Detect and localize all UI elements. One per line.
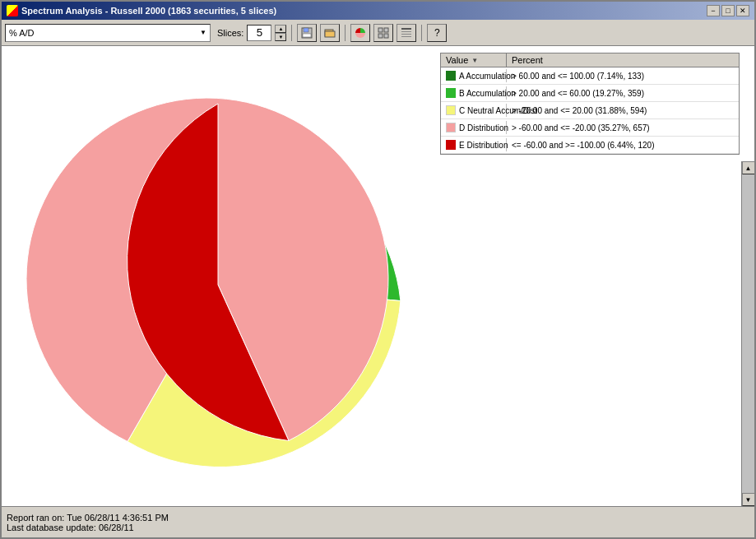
grid-view-button[interactable] <box>373 24 393 42</box>
maximize-button[interactable]: □ <box>721 5 735 16</box>
content-area: Value ▼ Percent A Accumulation > 60.00 <box>2 46 754 506</box>
legend-percent-header: Percent <box>507 53 739 67</box>
table-icon <box>400 26 413 39</box>
legend-range-b: > 20.00 and <= 60.00 (19.27%, 359) <box>507 87 739 100</box>
scroll-up-button[interactable]: ▲ <box>742 161 755 174</box>
open-button[interactable] <box>320 24 340 42</box>
pie-chart-button[interactable] <box>350 24 370 42</box>
svg-rect-6 <box>384 28 388 32</box>
legend-range-d: > -60.00 and <= -20.00 (35.27%, 657) <box>507 122 739 134</box>
svg-rect-7 <box>378 34 383 38</box>
window-title: Spectrum Analysis - Russell 2000 (1863 s… <box>21 6 276 16</box>
legend-color-d: D Distribution <box>441 121 507 134</box>
svg-rect-10 <box>401 31 411 32</box>
status-line-1: Report ran on: Tue 06/28/11 4:36:51 PM <box>7 513 749 523</box>
indicator-dropdown[interactable]: % A/D ▼ <box>5 24 211 42</box>
legend-color-a: A Accumulation <box>441 69 507 82</box>
legend-row-d: D Distribution > -60.00 and <= -20.00 (3… <box>441 119 739 137</box>
status-bar: Report ran on: Tue 06/28/11 4:36:51 PM L… <box>2 506 754 537</box>
close-button[interactable]: ✕ <box>736 5 749 16</box>
slices-label: Slices: <box>217 28 243 38</box>
legend-color-c: C Neutral Accum/Dist <box>441 104 507 117</box>
legend-value-header: Value ▼ <box>441 53 507 67</box>
dropdown-arrow-icon: ▼ <box>200 29 206 36</box>
svg-rect-2 <box>303 34 311 37</box>
minimize-button[interactable]: − <box>707 5 720 16</box>
save-icon <box>300 26 313 39</box>
svg-rect-11 <box>401 34 411 35</box>
color-swatch-b <box>446 88 456 98</box>
legend-label-e: E Distribution <box>459 141 508 150</box>
app-icon <box>7 5 18 16</box>
color-swatch-c <box>446 105 456 115</box>
legend-range-a: > 60.00 and <= 100.00 (7.14%, 133) <box>507 70 739 82</box>
legend-row-e: E Distribution <= -60.00 and >= -100.00 … <box>441 137 739 154</box>
vertical-scrollbar: ▲ ▼ <box>741 161 754 506</box>
toolbar: % A/D ▼ Slices: ▲ ▼ <box>2 20 754 46</box>
pie-chart <box>21 63 415 490</box>
slices-up-button[interactable]: ▲ <box>275 25 286 33</box>
scroll-down-button[interactable]: ▼ <box>742 493 755 506</box>
svg-rect-5 <box>378 28 383 32</box>
legend-color-e: E Distribution <box>441 138 507 151</box>
legend-table: A Accumulation > 60.00 and <= 100.00 (7.… <box>440 67 740 155</box>
svg-rect-8 <box>384 34 388 38</box>
svg-rect-4 <box>325 31 335 37</box>
dropdown-value: % A/D <box>9 28 35 38</box>
color-swatch-a <box>446 71 456 81</box>
slices-spinner: ▲ ▼ <box>275 25 286 41</box>
table-view-button[interactable] <box>397 24 416 42</box>
color-swatch-d <box>446 123 456 132</box>
help-icon: ? <box>434 27 440 39</box>
legend-range-c: > -20.00 and <= 20.00 (31.88%, 594) <box>507 105 739 117</box>
legend-label-d: D Distribution <box>459 123 508 132</box>
scroll-track[interactable] <box>742 174 754 493</box>
svg-rect-1 <box>304 28 308 32</box>
help-button[interactable]: ? <box>427 24 447 42</box>
legend-row-b: B Accumulation > 20.00 and <= 60.00 (19.… <box>441 85 739 102</box>
legend-header: Value ▼ Percent <box>440 53 740 67</box>
legend-range-e: <= -60.00 and >= -100.00 (6.44%, 120) <box>507 139 739 151</box>
title-bar: Spectrum Analysis - Russell 2000 (1863 s… <box>2 2 754 20</box>
legend-row-c: C Neutral Accum/Dist > -20.00 and <= 20.… <box>441 102 739 119</box>
separator-3 <box>421 25 422 41</box>
open-icon <box>323 26 336 39</box>
separator-1 <box>291 25 292 41</box>
status-line-2: Last database update: 06/28/11 <box>7 523 749 532</box>
title-buttons: − □ ✕ <box>707 5 749 16</box>
chart-area <box>2 46 434 506</box>
pie-chart-icon <box>354 26 367 39</box>
legend-color-b: B Accumulation <box>441 86 507 100</box>
svg-rect-9 <box>401 28 411 30</box>
slices-input[interactable] <box>247 25 271 41</box>
legend-area: Value ▼ Percent A Accumulation > 60.00 <box>434 46 746 161</box>
title-bar-left: Spectrum Analysis - Russell 2000 (1863 s… <box>7 5 276 16</box>
save-button[interactable] <box>297 24 317 42</box>
sort-arrow-icon[interactable]: ▼ <box>471 57 478 64</box>
separator-2 <box>345 25 346 41</box>
slices-down-button[interactable]: ▼ <box>275 33 286 41</box>
svg-rect-12 <box>401 36 411 37</box>
color-swatch-e <box>446 140 456 150</box>
main-window: Spectrum Analysis - Russell 2000 (1863 s… <box>0 0 756 539</box>
grid-icon <box>377 26 390 39</box>
legend-row-a: A Accumulation > 60.00 and <= 100.00 (7.… <box>441 67 739 85</box>
